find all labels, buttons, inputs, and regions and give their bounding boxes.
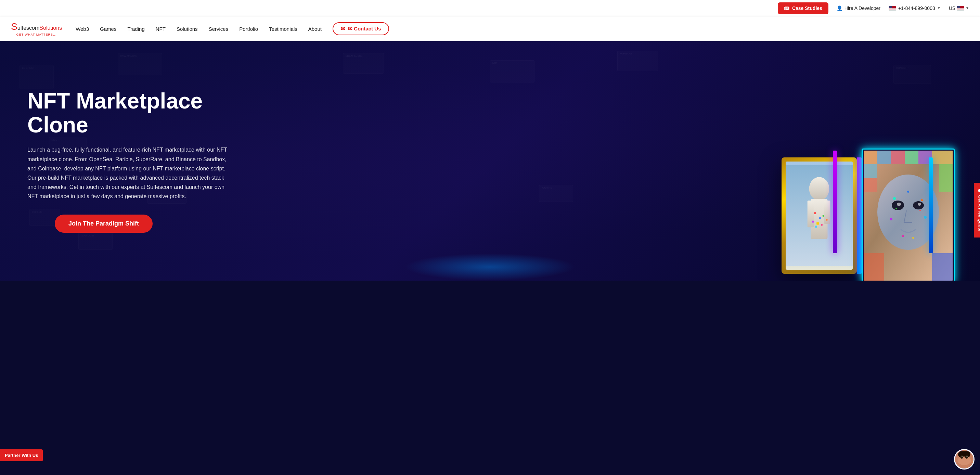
get-free-quote-button[interactable]: Get A Free Quote: [974, 183, 980, 238]
hero-section: BE GREAT NICE BELIEVE AWW AMAZING BE AWE…: [0, 41, 980, 281]
hero-title: NFT Marketplace Clone: [27, 89, 233, 137]
contact-us-button[interactable]: ✉ ✉ Contact Us: [332, 22, 389, 35]
svg-point-33: [890, 218, 892, 220]
svg-point-37: [896, 208, 897, 209]
nav-link-nft[interactable]: NFT: [156, 26, 165, 32]
svg-rect-16: [891, 151, 905, 164]
region-label: US: [949, 5, 955, 11]
svg-rect-14: [864, 151, 877, 164]
hero-cta-button[interactable]: Join The Paradigm Shift: [55, 215, 153, 233]
nft-floor-glow: [404, 253, 576, 281]
user-icon: 👤: [837, 5, 842, 11]
svg-rect-19: [932, 151, 953, 164]
svg-rect-22: [939, 164, 953, 192]
region-chevron-icon: ▼: [966, 6, 969, 10]
nav-link-about[interactable]: About: [308, 26, 321, 32]
logo[interactable]: SuffescomSolutions GET WHAT MATTERS...: [11, 21, 62, 36]
svg-rect-11: [815, 226, 817, 228]
hire-developer-link[interactable]: 👤 Hire A Developer: [837, 5, 880, 11]
region-flag-icon: [957, 6, 964, 11]
svg-rect-23: [864, 253, 884, 281]
nft-purple-bar: [857, 158, 862, 274]
case-studies-icon: 🎟: [784, 5, 789, 11]
nft-frame-classical: [781, 158, 857, 274]
quote-label: Get A Free Quote: [978, 195, 980, 231]
logo-tagline: GET WHAT MATTERS...: [11, 33, 62, 36]
svg-rect-8: [822, 215, 824, 217]
nft-statue-svg: [786, 161, 853, 270]
nft-frame-digital: [864, 151, 953, 281]
nav-link-web3[interactable]: Web3: [76, 26, 89, 32]
svg-rect-17: [905, 151, 918, 164]
svg-rect-20: [864, 164, 877, 178]
svg-rect-9: [811, 221, 814, 223]
nav-link-testimonials[interactable]: Testimonials: [269, 26, 298, 32]
svg-rect-5: [814, 212, 816, 214]
nav-link-trading[interactable]: Trading: [127, 26, 145, 32]
svg-rect-6: [819, 217, 821, 219]
nav-links: Web3 Games Trading NFT Solutions Service…: [76, 22, 969, 35]
nft-art-display: [781, 151, 953, 281]
nav-link-solutions[interactable]: Solutions: [177, 26, 198, 32]
svg-rect-21: [864, 178, 877, 192]
us-flag-icon: [889, 6, 896, 11]
svg-point-35: [902, 235, 904, 237]
logo-s: S: [11, 21, 18, 32]
envelope-icon: ✉: [341, 26, 345, 32]
svg-point-31: [921, 199, 923, 201]
nft-left-bar: [833, 151, 837, 253]
nav-link-services[interactable]: Services: [209, 26, 229, 32]
svg-point-34: [924, 216, 927, 219]
nft-frame-classical-inner: [786, 161, 853, 270]
top-bar: 🎟 Case Studies 👤 Hire A Developer +1-844…: [0, 0, 980, 16]
svg-rect-7: [816, 222, 819, 225]
case-studies-button[interactable]: 🎟 Case Studies: [778, 2, 829, 14]
logo-solutions-text: Solutions: [39, 25, 62, 31]
logo-inner: SuffescomSolutions GET WHAT MATTERS...: [11, 21, 62, 36]
svg-rect-12: [821, 224, 822, 226]
phone-number[interactable]: +1-844-899-0003 ▼: [889, 5, 941, 11]
svg-point-29: [918, 203, 921, 206]
nav-link-portfolio[interactable]: Portfolio: [239, 26, 258, 32]
nft-frame-digital-inner: [864, 151, 953, 281]
svg-rect-10: [826, 219, 828, 221]
nft-right-bar: [929, 158, 933, 253]
hero-description: Launch a bug-free, fully functional, and…: [27, 145, 233, 201]
logo-wordmark: SuffescomSolutions: [11, 21, 62, 32]
quote-dot-icon: [978, 189, 980, 192]
navbar: SuffescomSolutions GET WHAT MATTERS... W…: [0, 16, 980, 41]
contact-us-label: ✉ Contact Us: [348, 26, 381, 32]
svg-rect-3: [808, 201, 815, 227]
svg-point-28: [897, 202, 901, 206]
svg-point-32: [907, 191, 909, 193]
svg-rect-15: [877, 151, 891, 164]
logo-uffescom: uffescom: [18, 25, 40, 31]
svg-point-1: [809, 177, 829, 201]
svg-rect-24: [932, 253, 953, 281]
svg-point-38: [920, 210, 921, 211]
svg-point-36: [912, 237, 914, 239]
phone-label: +1-844-899-0003: [898, 5, 935, 11]
phone-chevron-icon: ▼: [937, 6, 941, 10]
hero-content: NFT Marketplace Clone Launch a bug-free,…: [0, 69, 260, 253]
hire-developer-label: Hire A Developer: [845, 5, 880, 11]
case-studies-label: Case Studies: [792, 5, 822, 11]
nft-digital-face-svg: [864, 151, 953, 281]
region-selector[interactable]: US ▼: [949, 5, 969, 11]
nav-link-games[interactable]: Games: [100, 26, 116, 32]
svg-point-30: [893, 197, 896, 200]
